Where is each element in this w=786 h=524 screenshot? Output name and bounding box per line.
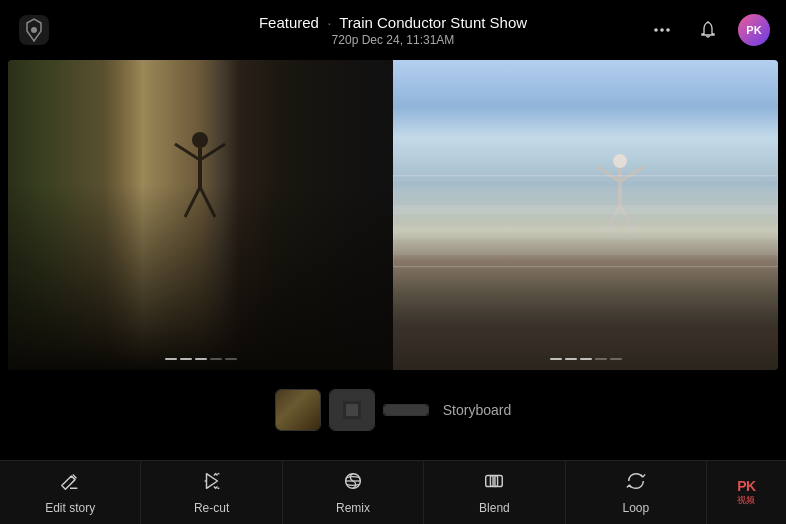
storyboard-label: Storyboard: [443, 402, 511, 418]
bottom-toolbar: Edit story Re-cut: [0, 460, 786, 524]
pk-logo-sub: 视频: [737, 494, 755, 507]
svg-point-1: [31, 27, 37, 33]
progress-seg: [165, 358, 177, 360]
progress-seg: [610, 358, 622, 360]
recut-label: Re-cut: [194, 501, 229, 515]
header-center: Featured · Train Conductor Stunt Show 72…: [259, 14, 527, 47]
loop-label: Loop: [622, 501, 649, 515]
video-area: [0, 60, 786, 370]
storyboard-thumb-3[interactable]: [383, 404, 429, 416]
blend-label: Blend: [479, 501, 510, 515]
performer-figure-left: [170, 122, 230, 252]
title-separator: ·: [327, 14, 331, 31]
video-panel-left[interactable]: [8, 60, 393, 370]
svg-point-2: [654, 28, 658, 32]
app-logo[interactable]: [16, 12, 52, 48]
progress-seg: [225, 358, 237, 360]
progress-seg: [580, 358, 592, 360]
svg-rect-19: [393, 187, 778, 255]
pk-logo-text: PK: [737, 478, 755, 494]
svg-point-5: [707, 22, 709, 24]
header-right: PK: [646, 14, 770, 46]
remix-label: Remix: [336, 501, 370, 515]
recut-button[interactable]: Re-cut: [141, 461, 282, 525]
svg-point-4: [666, 28, 670, 32]
progress-seg: [180, 358, 192, 360]
svg-point-6: [192, 132, 208, 148]
storyboard-area: Storyboard: [0, 380, 786, 440]
edit-story-button[interactable]: Edit story: [0, 461, 141, 525]
user-avatar[interactable]: PK: [738, 14, 770, 46]
storyboard-thumb-2[interactable]: [329, 389, 375, 431]
svg-line-10: [185, 187, 200, 217]
remix-icon: [342, 470, 364, 497]
header: Featured · Train Conductor Stunt Show 72…: [0, 0, 786, 60]
blend-button[interactable]: Blend: [424, 461, 565, 525]
featured-label: Featured: [259, 14, 319, 31]
header-left: [16, 12, 52, 48]
more-options-button[interactable]: [646, 14, 678, 46]
progress-seg: [210, 358, 222, 360]
header-subtitle: 720p Dec 24, 11:31AM: [259, 33, 527, 47]
pk-brand: PK 视频: [737, 478, 755, 507]
progress-seg: [195, 358, 207, 360]
thumb-image-3: [384, 405, 428, 415]
video-progress-left: [165, 358, 237, 360]
thumb-image-2: [330, 390, 374, 430]
progress-seg: [595, 358, 607, 360]
thumb-image-1: [276, 390, 320, 430]
brand-logo-area: PK 视频: [706, 461, 786, 525]
header-title: Featured · Train Conductor Stunt Show: [259, 14, 527, 31]
progress-seg: [565, 358, 577, 360]
video-panel-right[interactable]: [393, 60, 778, 370]
video-progress-right: [550, 358, 622, 360]
train-motion-right: [393, 153, 778, 324]
progress-seg: [550, 358, 562, 360]
svg-point-3: [660, 28, 664, 32]
notifications-button[interactable]: [692, 14, 724, 46]
show-title: Train Conductor Stunt Show: [339, 14, 527, 31]
blend-icon: [483, 470, 505, 497]
recut-icon: [201, 470, 223, 497]
remix-button[interactable]: Remix: [283, 461, 424, 525]
edit-story-label: Edit story: [45, 501, 95, 515]
loop-icon: [625, 470, 647, 497]
edit-story-icon: [59, 470, 81, 497]
storyboard-thumb-1[interactable]: [275, 389, 321, 431]
loop-button[interactable]: Loop: [566, 461, 706, 525]
svg-line-11: [200, 187, 215, 217]
toolbar-items: Edit story Re-cut: [0, 461, 706, 525]
svg-rect-23: [346, 404, 358, 416]
svg-rect-32: [491, 476, 498, 487]
